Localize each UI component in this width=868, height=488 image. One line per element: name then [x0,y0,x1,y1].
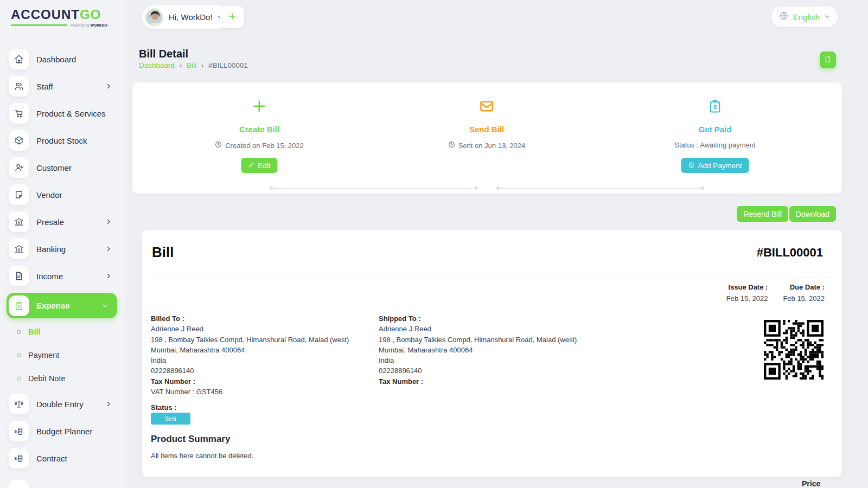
sidebar-item-label: Staff [36,82,53,91]
box-icon [9,130,29,151]
bill-dates: Issue Date : Feb 15, 2022 Due Date : Feb… [726,283,825,303]
sidebar: ACCOUNTGO Powered By WORKDO• Dashboard S… [0,0,125,488]
sidebar-item-staff[interactable]: Staff [0,76,125,97]
sidebar-item-label: Presale [36,217,64,227]
add-button[interactable] [220,6,244,28]
sidebar-item-partial [9,480,29,488]
sidebar-item-label: Dashboard [36,55,76,64]
bank-icon [9,239,29,259]
sidebar-item-budget-planner[interactable]: $ Budget Planner [0,421,125,441]
sidebar-item-banking[interactable]: Banking [0,239,125,259]
pencil-icon [248,162,254,170]
bill-workflow-card: Create Bill Created on Feb 15, 2022 Edit… [132,82,842,194]
shipped-to-block: Shipped To : Adrienne J Reed 198 , Bomba… [379,313,577,387]
sidebar-subitem-label: Debit Note [28,374,66,383]
workflow-step-title: Create Bill [173,125,346,134]
workflow-step-meta: Created on Feb 15, 2022 [162,141,357,150]
document-icon [824,55,832,65]
note-icon [9,184,29,205]
price-column-header: Price [802,479,820,488]
clock-icon [448,141,455,150]
brand-logo[interactable]: ACCOUNTGO Powered By WORKDO• [11,7,114,27]
qr-code [764,320,824,380]
clock-icon [215,141,222,150]
product-summary-title: Product Summary [151,434,230,445]
resend-bill-button[interactable]: Resend Bill [737,206,788,222]
sidebar-item-label: Expense [36,301,70,310]
avatar [145,8,163,27]
svg-text:$: $ [18,304,20,309]
page-title: Bill Detail [139,48,188,60]
edit-button[interactable]: Edit [241,158,277,173]
breadcrumb-bill[interactable]: Bill [187,61,196,69]
sidebar-item-vendor[interactable]: Vendor [0,184,125,205]
workflow-step-meta: Status : Awaiting payment [617,141,813,149]
brand-underline [11,24,67,26]
brand-name-account: ACCOUNT [11,7,80,22]
sidebar-item-label: Income [36,272,63,281]
globe-icon [779,11,789,23]
sidebar-subitem-label: Bill [28,328,41,336]
sidebar-subitem-label: Payment [28,351,59,359]
greeting-label: Hi, WorkDo! [169,12,213,22]
sidebar-subitem-payment[interactable]: Payment [0,347,125,363]
language-selector[interactable]: English [771,7,838,27]
scale-icon [9,394,29,414]
workflow-connector [498,188,703,189]
sidebar-item-income[interactable]: Income [0,266,125,286]
bill-preview-button[interactable] [820,52,836,68]
app-root: ACCOUNTGO Powered By WORKDO• Dashboard S… [0,0,868,488]
workflow-step-title: Send Bill [400,125,573,134]
brand-powered-by: Powered By WORKDO• [71,23,108,27]
sidebar-item-product-stock[interactable]: Product Stock [0,130,125,151]
brand-name: ACCOUNTGO [11,7,114,22]
sidebar-item-expense[interactable]: $ Expense [7,293,117,318]
workflow-step-title: Get Paid [628,125,802,134]
home-icon [9,49,29,69]
svg-text:$: $ [713,104,717,110]
plus-icon [227,11,237,23]
bill-heading: Bill [152,244,174,261]
workflow-step-meta: Sent on Jun 13, 2024 [389,141,584,150]
language-label: English [793,12,820,22]
breadcrumb-separator: › [201,62,203,69]
sidebar-item-label: Budget Planner [36,427,92,436]
chevron-right-icon [105,83,112,89]
chevron-right-icon [105,273,112,279]
workflow-connector [271,188,476,189]
svg-text:$: $ [15,456,17,461]
issue-date: Issue Date : Feb 15, 2022 [726,283,768,303]
sidebar-item-product-services[interactable]: Product & Services [0,103,125,124]
product-summary-note: All items here cannot be deleted. [151,452,253,460]
file-icon [9,266,29,286]
breadcrumb: Dashboard › Bill › #BILL00001 [139,61,248,69]
chevron-down-icon [824,12,830,22]
sidebar-subitem-debit-note[interactable]: Debit Note [0,370,125,387]
sidebar-item-double-entry[interactable]: Double Entry [0,394,125,414]
user-menu[interactable]: Hi, WorkDo! [142,5,231,29]
sidebar-item-label: Contract [36,454,67,463]
bank-icon [9,211,29,232]
svg-text:$: $ [15,429,17,434]
sidebar-subitem-bill[interactable]: Bill [0,324,125,340]
download-button[interactable]: Download [789,206,836,222]
sidebar-item-dashboard[interactable]: Dashboard [0,49,125,69]
sidebar-item-contract[interactable]: $ Contract [0,448,125,468]
sidebar-item-presale[interactable]: Presale [0,211,125,232]
due-date: Due Date : Feb 15, 2022 [783,283,825,303]
circle-icon [16,352,22,358]
breadcrumb-separator: › [180,62,182,69]
billed-to-block: Billed To : Adrienne J Reed 198 , Bombay… [151,313,349,397]
status-badge: Sent [151,413,190,425]
divider [152,278,832,278]
sidebar-item-label: Banking [36,245,66,254]
breadcrumb-current: #BILL00001 [208,61,248,69]
clipboard-dollar-icon: $ [707,99,723,116]
circle-icon [16,375,22,382]
status-label: Status : [151,403,177,412]
breadcrumb-dashboard[interactable]: Dashboard [139,61,175,69]
chevron-down-icon [102,303,108,309]
sidebar-item-customer[interactable]: Customer [0,157,125,178]
add-payment-button[interactable]: Add Payment [681,158,749,173]
user-plus-icon [9,157,29,178]
